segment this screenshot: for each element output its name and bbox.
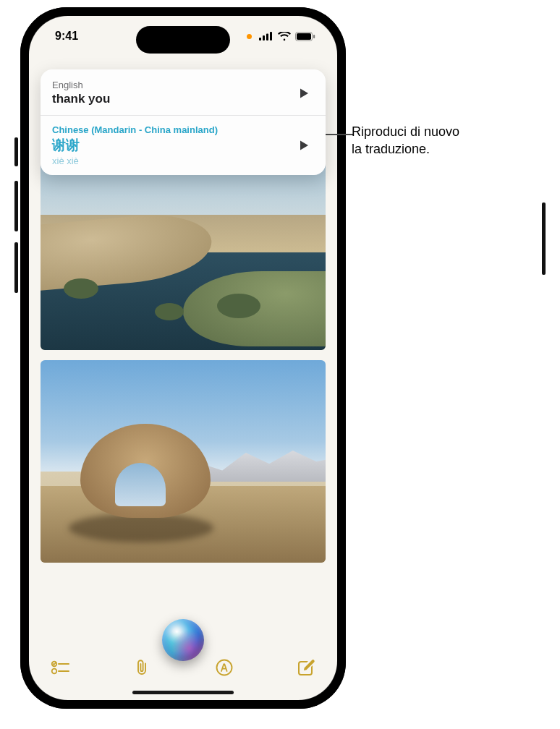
siri-translation-card: English thank you Chinese (Mandarin - Ch…: [41, 69, 326, 175]
target-romanization: xiè xiè: [52, 155, 218, 166]
attachment-button[interactable]: [131, 657, 153, 678]
play-icon: [299, 140, 309, 151]
paperclip-icon: [133, 658, 150, 677]
svg-point-8: [52, 669, 57, 674]
markup-icon: [215, 658, 234, 677]
phone-volume-down: [14, 242, 18, 293]
svg-rect-1: [263, 35, 265, 40]
source-language-label: English: [52, 80, 110, 90]
checklist-icon: [51, 660, 69, 675]
phone-volume-up: [14, 181, 18, 231]
svg-rect-6: [313, 35, 315, 38]
wifi-icon: [278, 32, 291, 41]
note-photo-arch[interactable]: [41, 360, 326, 563]
cellular-signal-icon: [259, 32, 273, 40]
card-divider: [41, 115, 326, 116]
svg-rect-3: [270, 32, 272, 40]
callout-line-2: la traduzione.: [352, 140, 459, 158]
checklist-button[interactable]: [49, 657, 71, 678]
callout-text: Riproduci di nuovo la traduzione.: [352, 123, 459, 158]
translation-target-row: Chinese (Mandarin - China mainland) 谢谢 x…: [52, 124, 314, 166]
compose-icon: [297, 658, 315, 677]
svg-point-11: [216, 660, 232, 675]
dynamic-island: [136, 26, 230, 54]
play-icon: [299, 88, 309, 99]
status-time: 9:41: [55, 30, 78, 43]
siri-orb[interactable]: [162, 619, 204, 661]
phone-mute-switch: [14, 137, 18, 166]
target-text: 谢谢: [52, 136, 218, 155]
content-area: English thank you Chinese (Mandarin - Ch…: [29, 56, 337, 700]
svg-rect-0: [259, 38, 261, 40]
svg-rect-2: [266, 34, 268, 41]
play-source-button[interactable]: [294, 83, 314, 103]
translation-source-row: English thank you: [52, 80, 314, 106]
play-translation-button[interactable]: [294, 135, 314, 155]
svg-rect-5: [297, 33, 311, 40]
markup-button[interactable]: [213, 657, 235, 678]
mic-indicator-dot: [247, 34, 252, 39]
note-photo-river[interactable]: [41, 162, 326, 350]
phone-side-button-right: [542, 202, 546, 275]
iphone-frame: 9:41 English thank you: [20, 7, 346, 709]
status-right: [247, 32, 315, 41]
new-note-button[interactable]: [295, 657, 317, 678]
source-text: thank you: [52, 92, 110, 106]
screen: 9:41 English thank you: [29, 16, 337, 700]
battery-icon: [295, 32, 315, 41]
target-language-label: Chinese (Mandarin - China mainland): [52, 124, 218, 135]
callout-line-1: Riproduci di nuovo: [352, 123, 459, 140]
